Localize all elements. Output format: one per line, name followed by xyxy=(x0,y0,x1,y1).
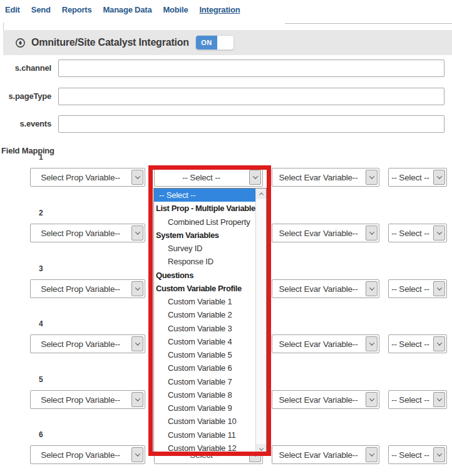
evar-variable-select[interactable]: Select Evar Variable-- xyxy=(272,224,379,242)
select-value: -- Select -- xyxy=(389,339,432,349)
chevron-down-icon xyxy=(366,225,378,241)
select-value: Select Prop Variable-- xyxy=(31,339,130,349)
dropdown-option[interactable]: Custom Variable 8 xyxy=(154,388,255,401)
evar-variable-select[interactable]: Select Evar Variable-- xyxy=(272,168,379,187)
row-number: 4 xyxy=(39,319,43,328)
prop-variable-select[interactable]: Select Prop Variable-- xyxy=(30,168,145,187)
toggle-on-label: ON xyxy=(196,36,217,49)
scroll-up-icon[interactable] xyxy=(256,189,266,199)
chevron-down-icon xyxy=(366,336,378,351)
panel-border-line xyxy=(285,23,452,24)
dropdown-option[interactable]: Survey ID xyxy=(154,242,255,255)
integration-toggle[interactable]: ON xyxy=(195,35,234,50)
dropdown-group-label: List Prop - Multiple Variable xyxy=(154,202,255,215)
select-value: -- Select -- xyxy=(155,173,248,182)
evar-variable-select[interactable]: Select Evar Variable-- xyxy=(272,334,379,353)
chevron-down-icon xyxy=(366,447,378,462)
evar-map-select[interactable]: -- Select -- xyxy=(388,279,447,298)
prop-variable-select[interactable]: Select Prop Variable-- xyxy=(30,445,145,464)
scroll-down-icon[interactable] xyxy=(256,444,266,455)
prop-variable-select[interactable]: Select Prop Variable-- xyxy=(30,224,145,242)
select-value: Select Evar Variable-- xyxy=(272,229,364,238)
select-value: Select Prop Variable-- xyxy=(31,450,130,460)
dropdown-option[interactable]: Custom Variable 2 xyxy=(154,308,255,321)
dropdown-option[interactable]: Custom Variable 3 xyxy=(154,322,255,335)
chevron-down-icon xyxy=(131,447,143,462)
page-title: Omniture/Site Catalyst Integration xyxy=(31,37,189,48)
dropdown-option[interactable]: Custom Variable 7 xyxy=(154,375,255,388)
top-nav: EditSendReportsManage DataMobileIntegrat… xyxy=(5,5,240,14)
dropdown-option[interactable]: Combined List Property xyxy=(154,215,255,229)
dropdown-group-label: System Variables xyxy=(154,229,255,242)
form-row: s.events xyxy=(0,115,452,133)
nav-item-send[interactable]: Send xyxy=(31,5,51,14)
evar-map-select[interactable]: -- Select -- xyxy=(388,168,447,187)
s-channel-input[interactable] xyxy=(58,59,444,77)
select-value: Select Evar Variable-- xyxy=(272,395,364,405)
nav-item-edit[interactable]: Edit xyxy=(5,5,20,14)
toggle-knob xyxy=(217,36,234,49)
evar-variable-select[interactable]: Select Evar Variable-- xyxy=(272,279,379,298)
dropdown-option[interactable]: Custom Variable 6 xyxy=(154,361,255,375)
dropdown-scrollbar[interactable] xyxy=(255,189,266,455)
select-value: Select Evar Variable-- xyxy=(272,339,364,349)
nav-item-mobile[interactable]: Mobile xyxy=(163,5,188,14)
field-mapping-heading: Field Mapping xyxy=(1,146,54,155)
nav-item-manage-data[interactable]: Manage Data xyxy=(103,5,152,14)
evar-map-select[interactable]: -- Select -- xyxy=(388,224,447,242)
evar-variable-select[interactable]: Select Evar Variable-- xyxy=(272,390,379,409)
select-value: -- Select -- xyxy=(389,229,432,238)
select-value: Select Evar Variable-- xyxy=(272,173,364,182)
row-number: 3 xyxy=(39,264,43,273)
dropdown-option[interactable]: Custom Variable 9 xyxy=(154,401,255,415)
section-header: Omniture/Site Catalyst Integration ON xyxy=(3,30,452,55)
select-value: -- Select -- xyxy=(389,173,432,182)
select-value: Select Evar Variable-- xyxy=(272,284,364,294)
evar-map-select[interactable]: -- Select -- xyxy=(388,390,447,409)
dropdown-group-label: Custom Variable Profile xyxy=(154,282,255,295)
chevron-down-icon xyxy=(433,447,445,462)
nav-item-integration[interactable]: Integration xyxy=(199,5,240,14)
dropdown-option[interactable]: Response ID xyxy=(154,255,255,268)
page: EditSendReportsManage DataMobileIntegrat… xyxy=(0,0,452,476)
scrollbar-track[interactable] xyxy=(256,199,266,444)
dropdown-option[interactable]: Custom Variable 4 xyxy=(154,335,255,348)
dropdown-group-label: Questions xyxy=(154,269,255,282)
s-pageType-input[interactable] xyxy=(58,88,444,105)
chevron-down-icon xyxy=(131,170,143,185)
select-value: Select Evar Variable-- xyxy=(272,450,364,460)
dropdown-options: -- Select --List Prop - Multiple Variabl… xyxy=(154,189,255,455)
chevron-down-icon xyxy=(433,281,445,296)
dropdown-option[interactable]: Custom Variable 5 xyxy=(154,348,255,361)
question-map-select[interactable]: -- Select -- xyxy=(154,168,263,187)
dropdown-option[interactable]: Custom Variable 10 xyxy=(154,415,255,428)
chevron-down-icon xyxy=(131,281,143,296)
dropdown-option-selected[interactable]: -- Select -- xyxy=(154,189,255,202)
row-number: 1 xyxy=(39,153,43,162)
nav-item-reports[interactable]: Reports xyxy=(62,5,92,14)
chevron-down-icon xyxy=(433,225,445,241)
chevron-down-icon xyxy=(131,392,143,407)
form-row: s.pageType xyxy=(0,88,452,105)
row-number: 2 xyxy=(39,209,43,217)
dropdown-option[interactable]: Custom Variable 12 xyxy=(154,442,255,455)
evar-variable-select[interactable]: Select Evar Variable-- xyxy=(272,445,379,464)
select-value: Select Prop Variable-- xyxy=(31,395,130,405)
chevron-down-icon xyxy=(433,336,445,351)
field-label: s.events xyxy=(0,115,51,133)
chevron-down-icon xyxy=(131,225,143,241)
dropdown-option[interactable]: Custom Variable 1 xyxy=(154,295,255,308)
evar-map-select[interactable]: -- Select -- xyxy=(388,445,447,464)
form-row: s.channel xyxy=(0,59,452,77)
evar-map-select[interactable]: -- Select -- xyxy=(388,334,447,353)
prop-variable-select[interactable]: Select Prop Variable-- xyxy=(30,390,145,409)
field-label: s.pageType xyxy=(0,88,51,105)
prop-variable-select[interactable]: Select Prop Variable-- xyxy=(30,334,145,353)
select-value: -- Select -- xyxy=(389,284,432,294)
field-label: s.channel xyxy=(0,59,51,77)
prop-variable-select[interactable]: Select Prop Variable-- xyxy=(30,279,145,298)
chevron-down-icon xyxy=(366,281,378,296)
dropdown-option[interactable]: Custom Variable 11 xyxy=(154,428,255,442)
s-events-input[interactable] xyxy=(58,115,444,133)
chevron-down-icon xyxy=(366,392,378,407)
